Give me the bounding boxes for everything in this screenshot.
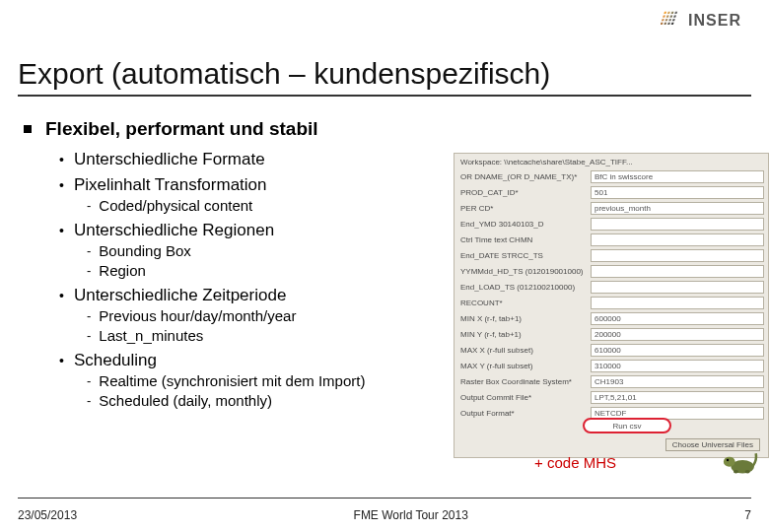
logo-icon bbox=[661, 10, 682, 32]
dot-bullet-icon: • bbox=[59, 286, 64, 305]
subitem-previous: Previous hour/day/month/year bbox=[99, 307, 296, 325]
form-input[interactable] bbox=[591, 281, 764, 294]
form-input[interactable] bbox=[591, 233, 764, 246]
form-input[interactable] bbox=[591, 218, 764, 231]
svg-rect-6 bbox=[670, 16, 673, 18]
form-input[interactable] bbox=[591, 265, 764, 278]
dash-bullet-icon: - bbox=[87, 242, 91, 260]
form-label: Ctrl Time text CHMN bbox=[460, 235, 587, 244]
item-regions: Unterschiedliche Regionen bbox=[74, 221, 274, 240]
form-label: YYMMdd_HD_TS (012019001000) bbox=[460, 267, 587, 276]
svg-rect-9 bbox=[665, 19, 668, 21]
item-period: Unterschiedliche Zeitperiode bbox=[74, 286, 286, 305]
subitem-bbox: Bounding Box bbox=[99, 242, 190, 260]
code-mhs-note: + code MHS bbox=[534, 454, 616, 471]
square-bullet-icon bbox=[24, 125, 32, 133]
svg-rect-2 bbox=[671, 12, 674, 14]
svg-rect-8 bbox=[662, 19, 664, 21]
workspace-form-panel: Workspace: \\netcache\share\Stabe_ASC_TI… bbox=[454, 153, 769, 458]
dash-bullet-icon: - bbox=[87, 327, 91, 345]
svg-rect-13 bbox=[664, 23, 666, 25]
svg-rect-10 bbox=[668, 19, 671, 21]
dash-bullet-icon: - bbox=[87, 372, 91, 390]
form-label: Raster Box Coordinate System* bbox=[460, 377, 587, 386]
item-pixel: Pixelinhalt Transformation bbox=[74, 175, 267, 195]
item-formats: Unterschiedliche Formate bbox=[74, 150, 265, 169]
svg-rect-11 bbox=[672, 19, 675, 21]
subitem-lastn: Last_n_minutes bbox=[99, 327, 203, 345]
form-input[interactable] bbox=[591, 297, 764, 309]
svg-point-18 bbox=[727, 459, 729, 461]
svg-rect-0 bbox=[664, 12, 666, 14]
svg-rect-7 bbox=[673, 16, 676, 18]
workspace-path: Workspace: \\netcache\share\Stabe_ASC_TI… bbox=[460, 158, 764, 166]
footer: 23/05/2013 FME World Tour 2013 7 bbox=[18, 508, 751, 522]
svg-rect-15 bbox=[671, 23, 674, 25]
bullet-content: Flexibel, performant und stabil •Untersc… bbox=[24, 118, 438, 410]
form-label: MAX Y (r-full subset) bbox=[460, 362, 587, 370]
dot-bullet-icon: • bbox=[59, 351, 64, 370]
dot-bullet-icon: • bbox=[59, 221, 64, 240]
dash-bullet-icon: - bbox=[87, 307, 91, 325]
logo-text: INSER bbox=[688, 12, 741, 30]
form-label: MIN Y (r-f, tab+1) bbox=[460, 330, 587, 339]
heading-flexibel: Flexibel, performant und stabil bbox=[45, 118, 318, 140]
svg-rect-12 bbox=[661, 23, 664, 25]
svg-rect-4 bbox=[663, 16, 665, 18]
item-scheduling: Scheduling bbox=[74, 351, 157, 370]
dot-bullet-icon: • bbox=[59, 175, 64, 195]
dot-bullet-icon: • bbox=[59, 150, 64, 169]
run-highlight[interactable]: Run csv bbox=[583, 418, 671, 433]
subitem-coded: Coded/physical content bbox=[99, 197, 252, 215]
svg-rect-3 bbox=[674, 12, 677, 14]
svg-point-20 bbox=[745, 470, 750, 473]
logo: INSER bbox=[661, 10, 741, 32]
form-label: PER CD* bbox=[460, 204, 587, 213]
dash-bullet-icon: - bbox=[87, 197, 91, 215]
footer-date: 23/05/2013 bbox=[18, 508, 77, 522]
svg-point-19 bbox=[734, 470, 738, 473]
form-label: Output Commit File* bbox=[460, 393, 587, 402]
page-title: Export (automatisch – kundenspezifisch) bbox=[18, 57, 751, 97]
form-label: MIN X (r-f, tab+1) bbox=[460, 314, 587, 323]
form-input[interactable]: 600000 bbox=[591, 312, 764, 325]
form-input[interactable]: BfC in swisscore bbox=[591, 170, 764, 183]
form-label: OR DNAME_(OR D_NAME_TX)* bbox=[460, 172, 587, 181]
subitem-scheduled: Scheduled (daily, monthly) bbox=[99, 392, 272, 410]
form-label: PROD_CAT_ID* bbox=[460, 188, 587, 197]
subitem-realtime: Realtime (synchronisiert mit dem Import) bbox=[99, 372, 365, 390]
form-label: End_LOAD_TS (012100210000) bbox=[460, 283, 587, 292]
form-label: End_YMD 30140103_D bbox=[460, 220, 587, 229]
form-label: Output Format* bbox=[460, 409, 587, 418]
form-input[interactable]: 310000 bbox=[591, 360, 764, 372]
svg-rect-1 bbox=[667, 12, 670, 14]
svg-point-17 bbox=[724, 457, 735, 467]
svg-rect-14 bbox=[667, 23, 670, 25]
form-label: MAX X (r-full subset) bbox=[460, 346, 587, 355]
form-input[interactable] bbox=[591, 249, 764, 262]
lizard-icon bbox=[718, 443, 759, 477]
form-input[interactable]: 200000 bbox=[591, 328, 764, 341]
form-input[interactable]: CH1903 bbox=[591, 375, 764, 388]
subitem-region: Region bbox=[99, 262, 146, 280]
form-label: RECOUNT* bbox=[460, 299, 587, 307]
footer-page: 7 bbox=[744, 508, 751, 522]
dash-bullet-icon: - bbox=[87, 392, 91, 410]
form-label: End_DATE STRCC_TS bbox=[460, 251, 587, 260]
svg-rect-5 bbox=[666, 16, 669, 18]
footer-divider bbox=[18, 498, 751, 499]
form-input[interactable]: 610000 bbox=[591, 344, 764, 357]
dash-bullet-icon: - bbox=[87, 262, 91, 280]
form-input[interactable]: 501 bbox=[591, 186, 764, 199]
form-input[interactable]: LPT,5,21,01 bbox=[591, 391, 764, 404]
form-input[interactable]: previous_month bbox=[591, 202, 764, 215]
footer-center: FME World Tour 2013 bbox=[354, 508, 468, 522]
